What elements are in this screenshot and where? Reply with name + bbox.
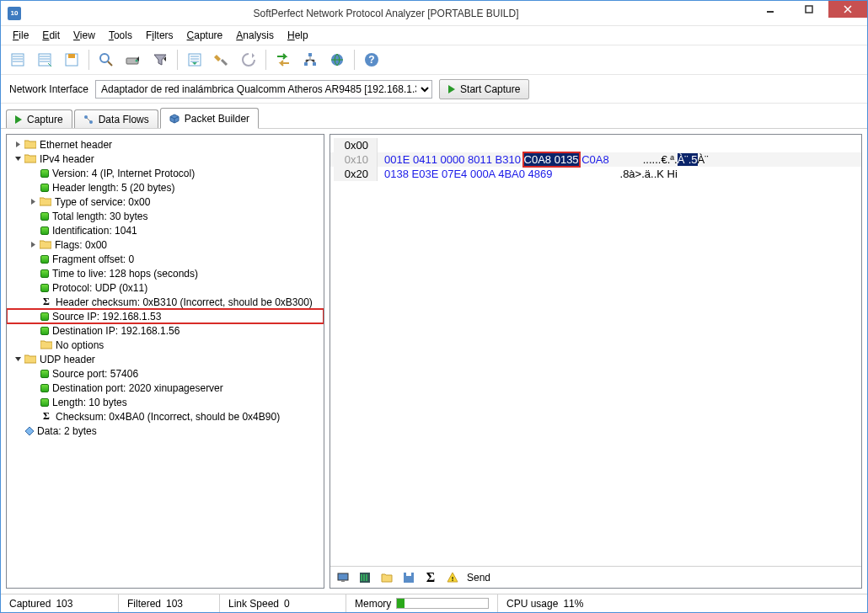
tab-dataflows[interactable]: Data Flows [74, 109, 158, 128]
menu-tools[interactable]: Tools [104, 28, 137, 43]
toolbar-list-icon[interactable] [183, 48, 206, 72]
tree-uchk[interactable]: ΣChecksum: 0x4BA0 (Incorrect, should be … [7, 409, 324, 424]
status-cpu: CPU usage11% [498, 594, 592, 612]
svg-rect-0 [767, 11, 774, 13]
svg-text:?: ? [368, 54, 374, 66]
tab-capture[interactable]: Capture [6, 109, 72, 128]
work-area: Ethernet header IPv4 header Version: 4 (… [1, 129, 867, 594]
app-window: 10 SoftPerfect Network Protocol Analyzer… [0, 0, 868, 613]
status-bar: Captured103 Filtered103 Link Speed0 Memo… [1, 594, 867, 612]
status-filtered: Filtered103 [119, 594, 220, 612]
start-capture-button[interactable]: Start Capture [439, 79, 529, 99]
play-icon [448, 85, 455, 93]
tree-dstip[interactable]: Destination IP: 192.168.1.56 [7, 323, 324, 338]
window-controls [751, 1, 867, 25]
hex-header: 0x00 [330, 138, 861, 152]
svg-rect-5 [68, 54, 75, 58]
minimize-button[interactable] [751, 1, 790, 18]
toolbar-open-icon[interactable] [33, 48, 56, 72]
svg-rect-19 [341, 580, 345, 582]
hex-sigma-icon[interactable]: Σ [423, 570, 438, 585]
toolbar-sep [177, 50, 178, 70]
title-bar: 10 SoftPerfect Network Protocol Analyzer… [1, 1, 867, 26]
menu-bar: File Edit View Tools Filters Capture Ana… [1, 26, 867, 45]
toolbar-drive-icon[interactable] [121, 48, 145, 72]
status-memory: Memory [346, 594, 498, 612]
tab-packetbuilder[interactable]: Packet Builder [160, 108, 259, 128]
hex-dump[interactable]: 0x00 0x10 001E 0411 0000 8011 B310 C0A8 … [330, 135, 861, 566]
toolbar-filter-icon[interactable] [148, 48, 172, 72]
hex-matrix-icon[interactable] [357, 570, 372, 585]
tree-sport[interactable]: Source port: 57406 [7, 366, 324, 381]
hex-screen-icon[interactable] [335, 570, 351, 585]
toolbar-save-icon[interactable] [60, 48, 83, 72]
toolbar-refresh-icon[interactable] [237, 48, 260, 72]
svg-point-6 [100, 54, 109, 62]
menu-edit[interactable]: Edit [37, 28, 65, 43]
toolbar-find-icon[interactable] [94, 48, 118, 72]
app-icon: 10 [8, 7, 21, 20]
toolbar-sep [354, 50, 355, 70]
tree-version[interactable]: Version: 4 (IP, Internet Protocol) [7, 166, 324, 180]
svg-rect-2 [12, 54, 24, 66]
toolbar-help-icon[interactable]: ? [360, 48, 383, 72]
tree-flags[interactable]: Flags: 0x00 [7, 237, 324, 252]
tree-tos[interactable]: Type of service: 0x00 [7, 195, 324, 209]
play-icon [15, 115, 22, 124]
tree-chksum[interactable]: ΣHeader checksum: 0xB310 (Incorrect, sho… [7, 295, 324, 309]
tree-udp[interactable]: UDP header [7, 352, 324, 366]
svg-rect-11 [304, 62, 308, 66]
hex-save-icon[interactable] [401, 570, 416, 585]
interface-bar: Network Interface Adaptador de red inalá… [1, 75, 867, 104]
toolbar-swap-icon[interactable] [271, 48, 295, 72]
svg-rect-18 [338, 573, 348, 580]
window-title: SoftPerfect Network Protocol Analyzer [P… [21, 8, 751, 19]
hex-open-icon[interactable] [379, 570, 394, 585]
flow-icon [83, 115, 94, 125]
svg-rect-10 [308, 53, 312, 56]
hex-row[interactable]: 0x20 0138 E03E 07E4 000A 4BA0 4869 .8à>.… [330, 167, 861, 181]
tree-ethernet[interactable]: Ethernet header [7, 137, 324, 152]
tree-data[interactable]: Data: 2 bytes [7, 424, 324, 438]
hex-warn-icon[interactable]: ! [445, 570, 460, 585]
tree-frag[interactable]: Fragment offset: 0 [7, 252, 324, 266]
hex-toolbar: Σ ! Send [330, 566, 861, 588]
interface-label: Network Interface [9, 83, 88, 95]
tab-row: Capture Data Flows Packet Builder [1, 104, 867, 129]
svg-rect-12 [313, 62, 316, 66]
hex-send-button[interactable]: Send [467, 572, 490, 584]
tree-dport[interactable]: Destination port: 2020 xinupageserver [7, 381, 324, 395]
tree-id[interactable]: Identification: 1041 [7, 223, 324, 237]
cube-icon [169, 114, 179, 124]
menu-help[interactable]: Help [282, 28, 313, 43]
toolbar-globe-icon[interactable] [325, 48, 349, 72]
memory-bar [396, 598, 489, 609]
toolbar-sep [265, 50, 266, 70]
menu-capture[interactable]: Capture [182, 28, 228, 43]
interface-select[interactable]: Adaptador de red inalámbrica Qualcomm At… [95, 80, 432, 99]
tree-proto[interactable]: Protocol: UDP (0x11) [7, 280, 324, 295]
toolbar-new-icon[interactable] [6, 48, 29, 72]
close-button[interactable] [828, 1, 867, 18]
tree-hlen[interactable]: Header length: 5 (20 bytes) [7, 180, 324, 195]
maximize-button[interactable] [790, 1, 828, 18]
tree-tlen[interactable]: Total length: 30 bytes [7, 209, 324, 223]
toolbar-tools-icon[interactable] [210, 48, 233, 72]
svg-rect-1 [806, 6, 812, 13]
tree-srcip[interactable]: Source IP: 192.168.1.53 [7, 309, 324, 323]
packet-tree[interactable]: Ethernet header IPv4 header Version: 4 (… [6, 134, 324, 589]
svg-rect-22 [406, 573, 411, 576]
toolbar-network-icon[interactable] [298, 48, 322, 72]
tree-ipv4[interactable]: IPv4 header [7, 152, 324, 166]
tree-ttl[interactable]: Time to live: 128 hops (seconds) [7, 266, 324, 280]
menu-file[interactable]: File [8, 28, 34, 43]
menu-analysis[interactable]: Analysis [231, 28, 279, 43]
status-linkspeed: Link Speed0 [220, 594, 346, 612]
menu-view[interactable]: View [68, 28, 100, 43]
tree-ulen[interactable]: Length: 10 bytes [7, 395, 324, 409]
tree-noopts[interactable]: No options [7, 338, 324, 352]
toolbar-sep [88, 50, 89, 70]
hex-row[interactable]: 0x10 001E 0411 0000 8011 B310 C0A8 0135 … [330, 152, 861, 167]
menu-filters[interactable]: Filters [141, 28, 179, 43]
status-captured: Captured103 [1, 594, 119, 612]
